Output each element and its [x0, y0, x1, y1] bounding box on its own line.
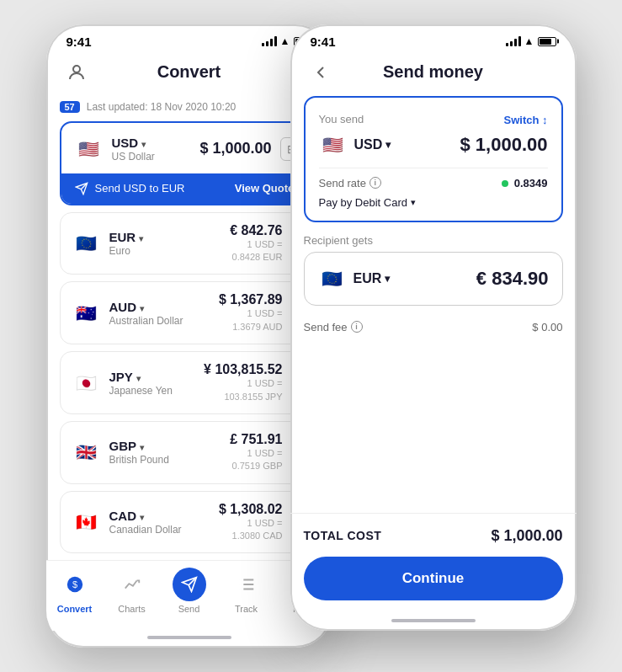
main-amount: $ 1,000.00 [199, 140, 271, 157]
you-send-card: You send Switch ↕ 🇺🇸 USD ▾ $ 1,000.00 [304, 96, 563, 222]
send-fee-value: $ 0.00 [532, 321, 562, 333]
pay-method-btn[interactable]: Pay by Debit Card ▾ [319, 196, 548, 209]
recipient-currency-btn[interactable]: 🇪🇺 EUR ▾ [318, 264, 391, 293]
jpy-left: 🇯🇵 JPY ▾ Japanese Yen [72, 369, 173, 397]
send-fee-info-icon[interactable]: i [351, 321, 363, 333]
total-cost-row: TOTAL COST $ 1,000.00 [290, 513, 577, 557]
currency-code-main[interactable]: USD ▾ [112, 136, 155, 150]
signal-icon-2 [506, 36, 521, 46]
send-rate-value: 0.8349 [502, 177, 548, 189]
home-pill-1 [147, 636, 231, 639]
list-item: 🇯🇵 JPY ▾ Japanese Yen ¥ 103,815.52 1 USD… [60, 351, 319, 414]
cad-rate: 1 USD =1.3080 CAD [219, 517, 283, 543]
home-bar-1 [46, 631, 332, 648]
total-label: TOTAL COST [304, 529, 382, 542]
jpy-flag: 🇯🇵 [72, 369, 101, 397]
send-fee-row: Send fee i $ 0.00 [304, 317, 563, 337]
charts-nav-icon [123, 575, 141, 594]
eur-amount-col: € 842.76 1 USD =0.8428 EUR [230, 223, 282, 264]
wifi-icon-2: ▲ [524, 35, 534, 47]
wifi-icon: ▲ [280, 35, 290, 47]
main-card-right: $ 1,000.00 ⊞ [199, 137, 303, 161]
phone-2: 9:41 ▲ Send money [290, 24, 577, 631]
you-send-chevron: ▾ [385, 139, 391, 151]
list-item: 🇨🇦 CAD ▾ Canadian Dollar $ 1,308.02 1 US… [60, 491, 319, 554]
back-icon[interactable] [307, 59, 334, 86]
you-send-header-row: You send Switch ↕ [319, 109, 548, 131]
cad-name: Canadian Dollar [109, 524, 182, 536]
gbp-rate: 1 USD =0.7519 GBP [230, 447, 282, 473]
eur-flag: 🇪🇺 [72, 229, 101, 258]
currency-info: USD ▾ US Dollar [112, 136, 155, 163]
send-rate-label: Send rate i [319, 177, 381, 189]
time-1: 9:41 [66, 35, 92, 49]
nav-item-convert[interactable]: $ Convert [46, 568, 104, 614]
header-1: Convert [46, 52, 332, 96]
recipient-card: 🇪🇺 EUR ▾ € 834.90 [304, 252, 563, 306]
cad-amount-col: $ 1,308.02 1 USD =1.3080 CAD [219, 502, 283, 543]
aud-left: 🇦🇺 AUD ▾ Australian Dollar [72, 299, 183, 328]
jpy-amount-col: ¥ 103,815.52 1 USD =103.8155 JPY [204, 362, 282, 403]
send-rate-info-icon[interactable]: i [369, 177, 381, 189]
continue-button[interactable]: Continue [304, 557, 563, 600]
list-item: 🇪🇺 EUR ▾ Euro € 842.76 1 USD =0.8428 EUR… [60, 212, 319, 275]
nav-item-charts[interactable]: Charts [104, 568, 161, 614]
aud-amount-col: $ 1,367.89 1 USD =1.3679 AUD [219, 292, 283, 333]
track-nav-label: Track [235, 604, 258, 614]
gbp-flag: 🇬🇧 [72, 438, 101, 467]
signal-icon [262, 36, 277, 46]
send-nav-icon [181, 576, 198, 593]
list-item: 🇦🇺 AUD ▾ Australian Dollar $ 1,367.89 1 … [60, 281, 319, 344]
send-nav-icon-wrap [173, 568, 206, 601]
send-fee-label: Send fee i [304, 321, 363, 333]
charts-nav-label: Charts [118, 604, 145, 614]
dropdown-arrow-main[interactable]: ▾ [141, 140, 146, 149]
eur-rate: 1 USD =0.8428 EUR [230, 238, 282, 264]
cad-code[interactable]: CAD ▾ [109, 509, 182, 523]
recipient-flag: 🇪🇺 [318, 264, 347, 293]
list-item: 🇬🇧 GBP ▾ British Pound £ 751.91 1 USD =0… [60, 421, 319, 484]
you-send-flag: 🇺🇸 [319, 131, 348, 159]
nav-item-track[interactable]: Track [218, 568, 275, 614]
currency-left: 🇺🇸 USD ▾ US Dollar [75, 135, 155, 163]
header-title-1: Convert [157, 62, 221, 82]
aud-rate: 1 USD =1.3679 AUD [219, 307, 283, 333]
profile-icon[interactable] [63, 59, 90, 86]
jpy-amount: ¥ 103,815.52 [204, 362, 282, 377]
battery-icon-2 [538, 37, 556, 46]
placeholder-icon [532, 59, 559, 86]
aud-name: Australian Dollar [109, 315, 183, 327]
you-send-currency-btn[interactable]: 🇺🇸 USD ▾ [319, 131, 391, 159]
charts-nav-icon-wrap [115, 568, 149, 601]
main-currency-card: 🇺🇸 USD ▾ US Dollar $ 1,000.00 ⊞ [60, 121, 319, 205]
switch-btn[interactable]: Switch ↕ [503, 114, 547, 126]
send-icon [75, 182, 88, 195]
cad-info: CAD ▾ Canadian Dollar [109, 509, 182, 536]
aud-code[interactable]: AUD ▾ [109, 300, 183, 314]
currency-name-main: US Dollar [112, 151, 155, 163]
you-send-currency-code: USD ▾ [354, 137, 391, 152]
gbp-name: British Pound [109, 454, 169, 466]
send-bar[interactable]: Send USD to EUR View Quote > [61, 173, 317, 204]
aud-amount: $ 1,367.89 [219, 292, 283, 307]
gbp-code[interactable]: GBP ▾ [109, 439, 169, 453]
jpy-code[interactable]: JPY ▾ [109, 370, 173, 384]
scene: 9:41 ▲ Convert [29, 8, 593, 665]
gbp-info: GBP ▾ British Pound [109, 439, 169, 466]
total-amount: $ 1,000.00 [491, 527, 562, 545]
cad-flag: 🇨🇦 [72, 508, 101, 536]
send-bar-left: Send USD to EUR [75, 182, 185, 195]
phone-1: 9:41 ▲ Convert [46, 24, 332, 648]
eur-amount: € 842.76 [230, 223, 282, 238]
aud-info: AUD ▾ Australian Dollar [109, 300, 183, 327]
jpy-name: Japanese Yen [109, 385, 173, 397]
aud-flag: 🇦🇺 [72, 299, 101, 328]
recipient-amount: € 834.90 [476, 268, 549, 290]
eur-code[interactable]: EUR ▾ [109, 230, 144, 244]
nav-item-send[interactable]: Send [161, 568, 218, 614]
svg-point-0 [73, 66, 80, 72]
gbp-left: 🇬🇧 GBP ▾ British Pound [72, 438, 169, 467]
status-bar-2: 9:41 ▲ [290, 24, 577, 52]
send-nav-label: Send [178, 604, 200, 614]
convert-nav-icon-wrap: $ [58, 568, 92, 601]
